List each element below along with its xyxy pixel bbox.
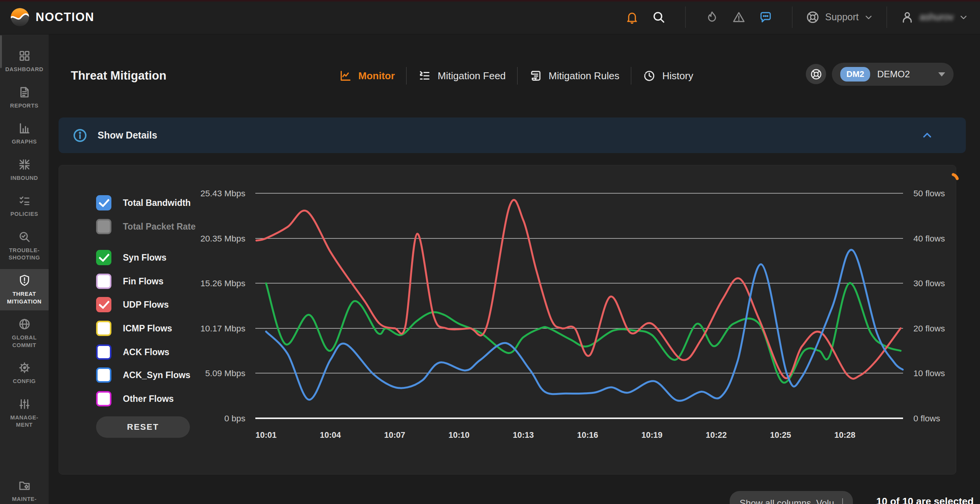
legend-item-label: ICMP Flows — [123, 323, 172, 334]
monitor-chart-icon — [339, 69, 352, 82]
show-details-bar[interactable]: Show Details — [59, 117, 966, 153]
legend-checkbox[interactable] — [96, 195, 111, 210]
reset-button[interactable]: RESET — [96, 416, 190, 438]
legend-checkbox[interactable] — [96, 219, 111, 234]
support-label: Support — [825, 11, 859, 23]
legend-item[interactable]: Fin Flows — [96, 274, 163, 289]
sidebar-item-label: REPORTS — [10, 102, 38, 110]
brand[interactable]: NOCTION — [0, 7, 94, 27]
sidebar-item-label: INBOUND — [11, 175, 38, 182]
x-axis-label: 10:01 — [256, 431, 277, 440]
sidebar-item-reports[interactable]: REPORTS — [0, 81, 49, 115]
legend-item[interactable]: Total Bandwidth — [96, 195, 191, 210]
legend-checkbox[interactable] — [96, 274, 111, 289]
globe-icon — [18, 318, 31, 331]
chevron-down-icon — [959, 12, 969, 22]
y-axis-left-label: 0 bps — [224, 414, 245, 423]
tab-label: Monitor — [358, 70, 395, 82]
x-axis-label: 10:19 — [642, 431, 663, 440]
legend-item-label: Other Flows — [123, 394, 174, 404]
legend-item[interactable]: Total Packet Rate — [96, 219, 196, 234]
inbound-arrows-icon — [18, 158, 31, 171]
y-axis-left-label: 5.09 Mbps — [205, 369, 245, 378]
life-ring-icon — [805, 10, 820, 24]
shield-alert-icon — [18, 274, 31, 287]
legend-item[interactable]: Other Flows — [96, 391, 174, 406]
sidebar-item-maintenance[interactable]: MAINTE- — [0, 474, 49, 504]
x-axis-label: 10:16 — [577, 431, 598, 440]
columns-dropdown-label: Show all columns, Volume — [740, 498, 835, 504]
sidebar-item-troubleshooting[interactable]: TROUBLE- SHOOTING — [0, 225, 49, 267]
sidebar-item-dashboard[interactable]: DASHBOARD — [0, 44, 49, 78]
sidebar-item-label: CONFIG — [13, 378, 36, 385]
chevron-up-icon[interactable] — [921, 129, 934, 142]
topbar-divider — [685, 7, 686, 28]
legend-checkbox[interactable] — [96, 250, 111, 265]
legend-item[interactable]: Syn Flows — [96, 250, 167, 265]
instance-badge: DM2 — [840, 67, 870, 82]
sidebar-item-config[interactable]: CONFIG — [0, 356, 49, 390]
sidebar-item-management[interactable]: MANAGE- MENT — [0, 393, 49, 434]
folder-gear-icon — [18, 479, 31, 492]
topbar-divider — [792, 7, 792, 28]
y-axis-left-label: 15.26 Mbps — [200, 279, 245, 288]
x-axis-label: 10:07 — [384, 431, 405, 440]
legend-checkbox[interactable] — [96, 391, 111, 406]
legend-item[interactable]: UDP Flows — [96, 297, 169, 312]
sidebar-item-threat-mitigation[interactable]: THREAT MITIGATION — [0, 269, 49, 310]
main-content: Threat Mitigation Monitor Mitigation Fee… — [49, 34, 980, 504]
sidebar-item-graphs[interactable]: GRAPHS — [0, 117, 49, 151]
legend-item-label: Fin Flows — [123, 276, 163, 287]
legend-item[interactable]: ICMP Flows — [96, 321, 172, 336]
instance-selector[interactable]: DM2 DEMO2 — [832, 63, 954, 86]
search-icon[interactable] — [650, 9, 667, 26]
brand-name: NOCTION — [36, 10, 94, 24]
warning-triangle-icon[interactable] — [730, 9, 747, 26]
x-axis-label: 10:22 — [706, 431, 727, 440]
username: ashurov — [920, 11, 954, 23]
bar-chart-icon — [18, 122, 31, 135]
user-avatar-icon — [900, 10, 915, 24]
legend-item-label: ACK Flows — [123, 347, 169, 357]
flame-icon[interactable] — [704, 9, 720, 26]
rules-scroll-icon — [529, 69, 542, 82]
support-menu[interactable]: Support — [805, 10, 874, 24]
y-axis-right-label: 40 flows — [913, 234, 945, 243]
sidebar-item-policies[interactable]: POLICIES — [0, 189, 49, 223]
topbar-actions: Support ashurov — [619, 7, 980, 28]
tab-monitor[interactable]: Monitor — [339, 69, 406, 82]
sidebar-item-label: TROUBLE- SHOOTING — [8, 247, 40, 262]
sidebar-item-global-commit[interactable]: GLOBAL COMMIT — [0, 313, 49, 354]
y-axis-left-label: 20.35 Mbps — [200, 234, 245, 243]
legend-item[interactable]: ACK_Syn Flows — [96, 367, 190, 383]
tab-mitigation-rules[interactable]: Mitigation Rules — [518, 69, 631, 82]
sidebar-item-inbound[interactable]: INBOUND — [0, 153, 49, 187]
noction-logo-icon — [10, 7, 30, 27]
legend-checkbox[interactable] — [96, 367, 111, 383]
legend-item[interactable]: ACK Flows — [96, 344, 169, 360]
tab-mitigation-feed[interactable]: Mitigation Feed — [407, 69, 517, 82]
legend-checkbox[interactable] — [96, 321, 111, 336]
feed-list-icon — [418, 69, 431, 82]
sidebar-item-label: GRAPHS — [12, 138, 37, 146]
top-bar: NOCTION — [0, 0, 980, 34]
chat-bubble-icon[interactable] — [757, 9, 774, 26]
history-clock-icon — [643, 69, 656, 82]
legend-checkbox[interactable] — [96, 297, 111, 312]
tab-history[interactable]: History — [631, 69, 705, 82]
user-menu[interactable]: ashurov — [900, 10, 969, 24]
help-button[interactable] — [806, 64, 826, 84]
top-edge-strip — [0, 0, 980, 2]
gear-icon — [18, 361, 31, 374]
loading-spinner-icon — [942, 170, 959, 187]
sidebar: DASHBOARD REPORTS GRAPHS INBOUND — [0, 34, 49, 504]
instance-name: DEMO2 — [877, 69, 910, 80]
chart: 25.43 Mbps20.35 Mbps15.26 Mbps10.17 Mbps… — [59, 165, 957, 475]
legend-checkbox[interactable] — [96, 344, 111, 360]
columns-dropdown[interactable]: Show all columns, Volume — [730, 491, 853, 504]
notifications-bell-icon[interactable] — [624, 9, 640, 26]
sidebar-scrollbar[interactable] — [0, 35, 2, 68]
info-circle-icon — [72, 128, 88, 143]
legend-item-label: Total Packet Rate — [123, 222, 196, 232]
dashboard-grid-icon — [18, 49, 31, 62]
